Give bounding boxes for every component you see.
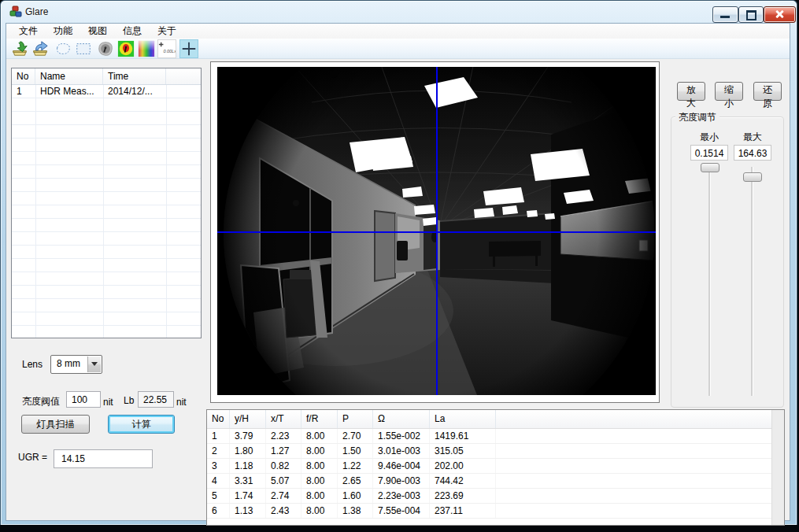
app-icon — [9, 6, 22, 18]
menu-bar: 文件 功能 视图 信息 关于 — [6, 24, 790, 39]
crosshair-tool-button[interactable] — [179, 39, 198, 58]
import-button[interactable] — [10, 39, 29, 58]
col-fr: f/R — [301, 410, 338, 428]
column-separator — [166, 85, 167, 338]
cell: 2 — [207, 444, 230, 458]
measurement-list-header: No Name Time — [12, 68, 201, 85]
cell: 3.01e-003 — [373, 444, 430, 458]
cell: 1.60 — [338, 489, 373, 503]
cell: 1.13 — [230, 504, 266, 518]
col-p: P — [338, 410, 373, 428]
lux-meter-button[interactable]: 0.00Lx — [157, 39, 176, 58]
col-omega: Ω — [373, 410, 430, 428]
cell: 9.46e-004 — [373, 459, 430, 473]
table-row[interactable]: 1 3.79 2.23 8.00 2.70 1.55e-002 1419.61 — [207, 429, 784, 444]
cell: 8.00 — [301, 429, 338, 443]
cell: 202.00 — [430, 459, 496, 473]
hdr-image[interactable] — [217, 67, 656, 395]
export-icon — [31, 40, 49, 57]
table-scrollbar[interactable] — [771, 410, 784, 525]
export-button[interactable] — [31, 39, 50, 58]
import-icon — [11, 40, 28, 57]
menu-function[interactable]: 功能 — [46, 24, 80, 39]
col-la: La — [430, 410, 496, 428]
image-viewer-panel — [210, 61, 660, 403]
menu-info[interactable]: 信息 — [115, 24, 150, 39]
min-slider-thumb[interactable] — [701, 163, 719, 172]
table-row[interactable]: 6 1.13 2.43 8.00 1.38 7.55e-004 237.11 — [207, 504, 784, 519]
list-item[interactable]: 1 HDR Meas... 2014/12/... — [12, 85, 201, 98]
table-row[interactable]: 3 1.18 0.82 8.00 1.22 9.46e-004 202.00 — [207, 459, 784, 474]
rect-select-button[interactable] — [74, 39, 93, 58]
cell: 2.70 — [338, 429, 373, 443]
zoom-out-button[interactable]: 缩小 — [715, 82, 743, 101]
falsecolor-map-icon — [117, 40, 135, 57]
cell-time: 2014/12/... — [103, 85, 166, 98]
min-slider-track[interactable] — [708, 167, 710, 396]
cell: 2.43 — [266, 504, 301, 518]
minimize-icon — [720, 16, 730, 18]
table-row[interactable]: 4 3.31 5.07 8.00 2.65 7.90e-003 744.42 — [207, 474, 784, 489]
results-table-header: No y/H x/T f/R P Ω La — [207, 410, 784, 429]
max-value-field[interactable]: 164.63 — [734, 145, 771, 161]
freeform-select-button[interactable] — [54, 39, 72, 58]
close-button[interactable] — [764, 6, 796, 23]
zoom-reset-button[interactable]: 还原 — [753, 82, 782, 101]
cell: 8.00 — [301, 504, 338, 518]
calculate-button[interactable]: 计算 — [108, 415, 175, 434]
maximize-button[interactable] — [738, 6, 764, 23]
rect-select-icon — [75, 40, 92, 57]
min-value-field[interactable]: 0.1514 — [690, 145, 728, 161]
lens-select[interactable]: 8 mm — [50, 355, 102, 374]
lens-dropdown-button[interactable] — [87, 357, 101, 372]
lb-value-field[interactable] — [138, 391, 174, 408]
lens-selected-value: 8 mm — [57, 358, 80, 369]
measurement-list: No Name Time 1 HDR Meas... 2014/12/... — [11, 68, 202, 338]
cell: 1.55e-002 — [373, 429, 430, 443]
maximize-icon — [746, 10, 756, 20]
max-slider-track[interactable] — [751, 167, 753, 396]
cell: 1.74 — [230, 489, 266, 503]
column-header-no: No — [12, 68, 35, 84]
menu-view[interactable]: 视图 — [80, 24, 115, 39]
cell: 223.69 — [430, 489, 496, 503]
cell: 1.18 — [230, 459, 266, 473]
palette-button[interactable] — [137, 39, 156, 58]
lamp-scan-button[interactable]: 灯具扫描 — [21, 415, 90, 434]
column-header-filler — [166, 68, 201, 84]
cell: 7.90e-003 — [373, 474, 430, 488]
lens-label: Lens — [22, 359, 43, 370]
table-row[interactable]: 5 1.74 2.74 8.00 1.60 2.23e-003 223.69 — [207, 489, 784, 504]
zoom-in-button[interactable]: 放大 — [677, 82, 705, 101]
falsecolor-map-button[interactable] — [117, 39, 135, 58]
cell: 3.79 — [230, 429, 266, 443]
svg-text:0.00Lx: 0.00Lx — [163, 49, 176, 54]
cell: 5 — [207, 489, 230, 503]
ugr-value-field[interactable] — [54, 449, 153, 468]
cell: 2.65 — [338, 474, 373, 488]
column-separator — [103, 85, 104, 338]
cell-name: HDR Meas... — [35, 85, 103, 98]
col-filler — [496, 410, 784, 428]
menu-file[interactable]: 文件 — [11, 24, 46, 39]
chevron-down-icon — [91, 362, 98, 369]
col-xt: x/T — [266, 410, 301, 428]
threshold-label: 亮度阀值 — [22, 395, 60, 408]
cell: 6 — [207, 504, 230, 518]
max-slider-thumb[interactable] — [743, 172, 762, 182]
window-title: Glare — [25, 6, 48, 17]
menu-about[interactable]: 关于 — [150, 24, 184, 39]
col-yh: y/H — [230, 410, 266, 428]
crosshair-icon — [180, 40, 198, 57]
min-label: 最小 — [690, 131, 728, 144]
grayscale-map-button[interactable] — [96, 39, 115, 58]
cell: 3 — [207, 459, 230, 473]
minimize-button[interactable] — [712, 6, 738, 23]
threshold-input[interactable] — [66, 391, 101, 408]
table-row[interactable]: 2 1.80 1.27 8.00 1.50 3.01e-003 315.05 — [207, 444, 784, 459]
lb-unit: nit — [176, 397, 187, 408]
grayscale-map-icon — [97, 40, 114, 57]
cell-no: 1 — [12, 85, 35, 98]
brightness-group-title: 亮度调节 — [675, 111, 719, 124]
cell: 237.11 — [430, 504, 496, 518]
